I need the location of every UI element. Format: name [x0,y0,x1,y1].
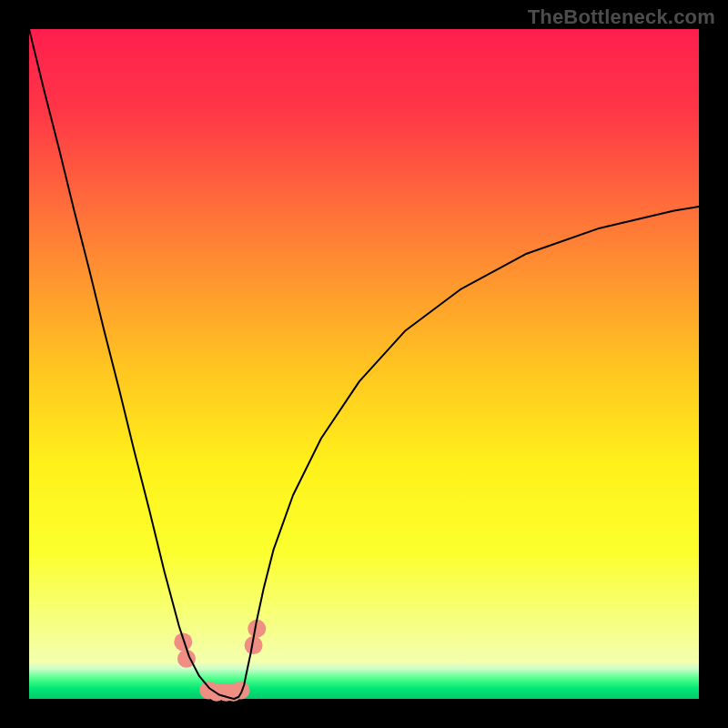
plot-background [29,29,699,699]
data-marker [232,681,250,699]
bottleneck-chart [0,0,728,728]
watermark-text: TheBottleneck.com [528,5,715,29]
chart-stage: TheBottleneck.com [0,0,728,728]
data-marker [174,632,192,651]
